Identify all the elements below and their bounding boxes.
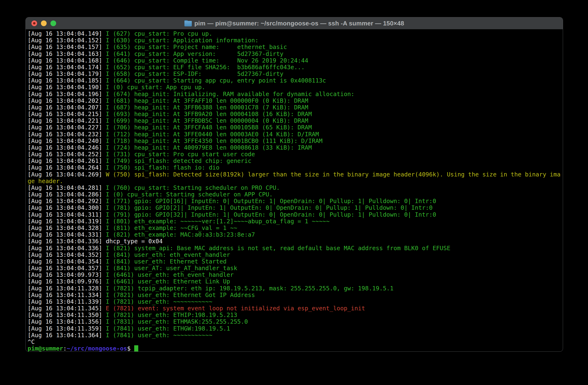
terminal-text-segment: [Aug 16 13:04:04.240] (28, 138, 106, 144)
terminal-text-segment: [Aug 16 13:04:04.174] (28, 64, 106, 71)
zoom-button[interactable] (50, 20, 56, 26)
terminal-line: [Aug 16 13:04:04.328] I (811) eth_exampl… (28, 225, 563, 231)
terminal-text-segment: [Aug 16 13:04:04.331] (28, 231, 106, 238)
terminal-line: [Aug 16 13:04:04.281] I (760) cpu_start:… (28, 184, 563, 191)
terminal-line: ^C (28, 339, 563, 345)
terminal-output[interactable]: [Aug 16 13:04:04.149] I (627) cpu_start:… (26, 29, 563, 352)
terminal-text-segment: [Aug 16 13:04:04.246] (28, 144, 106, 151)
terminal-text-segment: I (674) heap_init: Initializing. RAM ava… (106, 91, 354, 98)
terminal-text-segment: [Aug 16 13:04:04.179] (28, 70, 106, 77)
terminal-text-segment: I (687) heap_init: At 3FFB6388 len 00001… (106, 104, 308, 111)
terminal-text-segment: [Aug 16 13:04:04.354] (28, 258, 106, 265)
terminal-text-segment: I (749) spi_flash: detected chip: generi… (106, 157, 251, 164)
terminal-line: [Aug 16 13:04:04.261] I (749) spi_flash:… (28, 158, 563, 164)
terminal-text-segment: [Aug 16 13:04:04.207] (28, 104, 106, 111)
terminal-window: pim — pim@summer: ~/src/mongoose-os — ss… (25, 17, 563, 352)
terminal-text-segment: ~/src/mongoose-os (67, 345, 127, 352)
terminal-line: [Aug 16 13:04:04.221] I (699) heap_init:… (28, 118, 563, 124)
terminal-line: [Aug 16 13:04:04.168] I (646) cpu_start:… (28, 57, 563, 64)
terminal-text-segment: [Aug 16 13:04:09.973] (28, 271, 106, 278)
terminal-text-segment: [Aug 16 13:04:04.336] (28, 238, 106, 245)
terminal-text-segment: [Aug 16 13:04:04.168] (28, 57, 106, 64)
terminal-text-segment: [Aug 16 13:04:04.185] (28, 77, 106, 84)
terminal-text-segment: I (724) heap_init: At 400979E8 len 00008… (106, 144, 312, 151)
window-controls (31, 17, 56, 29)
terminal-line: [Aug 16 13:04:04.286] I (0) cpu_start: S… (28, 191, 563, 198)
terminal-text-segment: [Aug 16 13:04:04.227] (28, 124, 106, 131)
terminal-text-segment: [Aug 16 13:04:11.345] (28, 305, 106, 312)
close-modified-dot (33, 22, 36, 24)
terminal-text-segment: [Aug 16 13:04:04.286] (28, 191, 106, 198)
terminal-text-segment: [Aug 16 13:04:04.232] (28, 131, 106, 138)
minimize-button[interactable] (41, 20, 47, 26)
terminal-text-segment: I (7821) user_eth: ~~~~~~~~~~~ (106, 298, 212, 305)
terminal-text-segment: I (801) eth_example: ~~~~~~ver:[1.2]~~~~… (106, 218, 330, 225)
terminal-line: [Aug 16 13:04:04.292] I (771) gpio: GPIO… (28, 198, 563, 204)
terminal-text-segment: I (664) cpu_start: Starting app cpu, ent… (106, 77, 326, 84)
terminal-line: [Aug 16 13:04:04.264] I (750) spi_flash:… (28, 164, 563, 171)
terminal-line: [Aug 16 13:04:04.157] I (635) cpu_start:… (28, 44, 563, 50)
terminal-line: [Aug 16 13:04:04.227] I (706) heap_init:… (28, 124, 563, 131)
terminal-line: [Aug 16 13:04:04.152] I (630) cpu_start:… (28, 37, 563, 44)
terminal-line: [Aug 16 13:04:04.149] I (627) cpu_start:… (28, 30, 563, 37)
terminal-line: [Aug 16 13:04:04.232] I (712) heap_init:… (28, 131, 563, 138)
terminal-text-segment: [Aug 16 13:04:04.319] (28, 218, 106, 225)
terminal-text-segment: [Aug 16 13:04:04.357] (28, 265, 106, 272)
terminal-line: [Aug 16 13:04:11.359] I (7841) user_eth:… (28, 325, 563, 332)
terminal-text-segment: I (627) cpu_start: Pro cpu up. (106, 30, 212, 37)
proxy-folder-icon[interactable] (184, 20, 192, 26)
terminal-text-segment: [Aug 16 13:04:11.339] (28, 298, 106, 305)
terminal-text-segment: I (693) heap_init: At 3FFB9A20 len 00004… (106, 111, 312, 118)
terminal-text-segment: I (7831) user_eth: ETHMASK:255.255.255.0 (106, 318, 248, 325)
terminal-text-segment: I (821) system_api: Base MAC address is … (106, 245, 450, 252)
terminal-text-segment: [Aug 16 13:04:04.269] (28, 171, 106, 178)
terminal-line: [Aug 16 13:04:04.163] I (641) cpu_start:… (28, 51, 563, 57)
terminal-line: [Aug 16 13:04:11.334] I (7821) user_eth:… (28, 292, 563, 298)
terminal-text-segment: [Aug 16 13:04:04.352] (28, 251, 106, 258)
terminal-line: [Aug 16 13:04:11.350] I (7821) user_eth:… (28, 312, 563, 318)
terminal-line: [Aug 16 13:04:04.207] I (687) heap_init:… (28, 104, 563, 111)
terminal-text-segment: I (681) heap_init: At 3FFAFF10 len 00000… (106, 97, 308, 104)
terminal-text-segment: I (7841) user_eth: ETHGW:198.19.5.1 (106, 325, 230, 332)
terminal-line: pim@summer:~/src/mongoose-os$ (28, 345, 563, 352)
terminal-line: [Aug 16 13:04:11.328] I (7821) tcpip_ada… (28, 285, 563, 292)
terminal-text-segment: I (641) cpu_start: App version: 5d27367-… (106, 50, 283, 57)
terminal-text-segment: I (699) heap_init: At 3FFBDB5C len 00000… (106, 117, 308, 124)
terminal-text-segment: [Aug 16 13:04:04.157] (28, 43, 106, 50)
terminal-text-segment: I (718) heap_init: At 3FFE4350 len 0001B… (106, 138, 322, 144)
terminal-line: [Aug 16 13:04:04.196] I (674) heap_init:… (28, 91, 563, 98)
terminal-text-segment: I (811) eth_example: ~~CFG_val = 1 ~~ (106, 224, 237, 231)
terminal-text-segment: [Aug 16 13:04:11.350] (28, 311, 106, 318)
terminal-text-segment: : (63, 345, 67, 352)
terminal-line: [Aug 16 13:04:04.215] I (693) heap_init:… (28, 111, 563, 118)
terminal-text-segment: I (821) eth_example: MAC:a0:a3:b3:23:8e:… (106, 231, 255, 238)
terminal-line: [Aug 16 13:04:04.357] I (841) user_AT: u… (28, 265, 563, 272)
terminal-line: [Aug 16 13:04:04.319] I (801) eth_exampl… (28, 218, 563, 225)
terminal-line: [Aug 16 13:04:11.345] E (7821) event: sy… (28, 305, 563, 312)
title-group: pim — pim@summer: ~/src/mongoose-os — ss… (184, 20, 404, 27)
terminal-text-segment: I (781) gpio: GPIO[2]| InputEn: 1| Outpu… (106, 204, 432, 211)
terminal-text-segment: [Aug 16 13:04:04.149] (28, 30, 106, 37)
terminal-line: [Aug 16 13:04:04.336] I (821) system_api… (28, 245, 563, 252)
terminal-text-segment: I (635) cpu_start: Project name: etherne… (106, 43, 287, 50)
terminal-text-segment: dhcp_type = 0x04 (106, 238, 163, 245)
terminal-text-segment: [Aug 16 13:04:04.264] (28, 164, 106, 171)
terminal-line: [Aug 16 13:04:04.202] I (681) heap_init:… (28, 98, 563, 104)
terminal-text-segment: I (841) user_eth: Ethernet Started (106, 258, 227, 265)
title-bar[interactable]: pim — pim@summer: ~/src/mongoose-os — ss… (26, 17, 563, 29)
terminal-text-segment: I (7821) user_eth: Ethernet Got IP Addre… (106, 292, 255, 298)
terminal-line: [Aug 16 13:04:04.269] W (750) spi_flash:… (28, 171, 563, 178)
terminal-line: [Aug 16 13:04:04.179] I (658) cpu_start:… (28, 71, 563, 77)
terminal-text-segment: ge header. (28, 178, 63, 184)
terminal-text-segment: [Aug 16 13:04:11.328] (28, 285, 106, 292)
terminal-text-segment: [Aug 16 13:04:04.336] (28, 245, 106, 252)
terminal-text-segment: [Aug 16 13:04:11.356] (28, 318, 106, 325)
terminal-text-segment: [Aug 16 13:04:11.364] (28, 332, 106, 339)
terminal-text-segment: I (658) cpu_start: ESP-IDF: 5d27367-dirt… (106, 70, 283, 77)
terminal-line: [Aug 16 13:04:04.190] I (0) cpu_start: A… (28, 84, 563, 91)
terminal-text-segment: [Aug 16 13:04:04.221] (28, 117, 106, 124)
terminal-text-segment: [Aug 16 13:04:04.215] (28, 111, 106, 118)
close-button[interactable] (31, 20, 37, 26)
terminal-text-segment: I (7821) tcpip_adapter: eth ip: 198.19.5… (106, 285, 393, 292)
terminal-text-segment: [Aug 16 13:04:04.311] (28, 211, 106, 218)
